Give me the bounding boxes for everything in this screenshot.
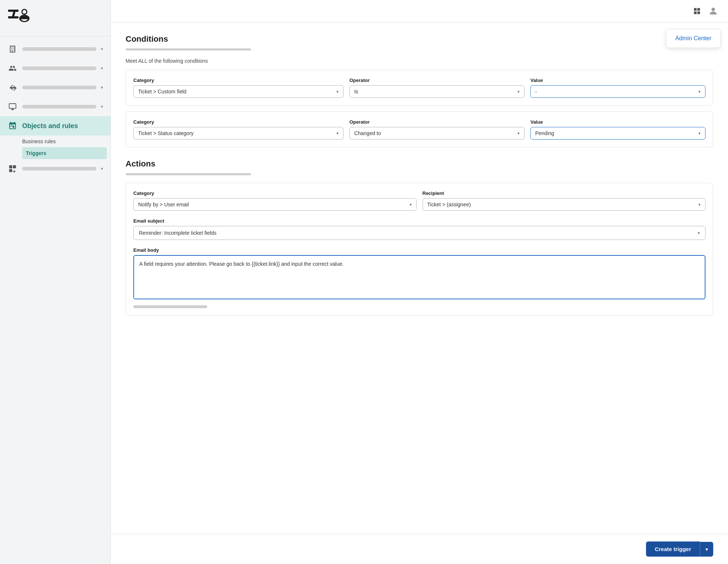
create-trigger-button[interactable]: Create trigger xyxy=(646,541,700,557)
sub-nav: Business rules Triggers xyxy=(0,135,110,159)
condition2-category-value: Ticket > Status category xyxy=(138,130,194,136)
condition2-value-value: Pending xyxy=(535,130,554,136)
email-body-label: Email body xyxy=(133,247,705,253)
condition2-operator-label: Operator xyxy=(349,119,524,125)
nav-item-bar xyxy=(22,167,96,171)
admin-center-link[interactable]: Admin Center xyxy=(675,35,711,41)
chevron-down-icon: ▾ xyxy=(410,202,412,207)
action-recipient-select[interactable]: Ticket > (assignee) ▾ xyxy=(423,198,706,211)
svg-point-7 xyxy=(711,8,715,11)
chevron-down-icon: ▾ xyxy=(336,131,339,136)
topbar xyxy=(111,0,728,23)
sidebar-item-apps[interactable]: ▾ xyxy=(0,159,110,178)
sidebar-item-people[interactable]: ▾ xyxy=(0,59,110,78)
condition1-category-group: Category Ticket > Custom field ▾ xyxy=(133,78,344,98)
svg-point-5 xyxy=(23,10,26,14)
nav-item-bar xyxy=(22,105,96,109)
svg-point-6 xyxy=(11,123,13,125)
chevron-down-icon: ▾ xyxy=(101,66,103,71)
condition2-operator-select[interactable]: Changed to ▾ xyxy=(349,127,524,140)
chevron-down-icon: ▾ xyxy=(698,231,700,235)
email-subject-group: Email subject Reminder: Incomplete ticke… xyxy=(133,218,705,240)
condition1-value-select[interactable]: - ▾ xyxy=(530,85,705,98)
footer: Create trigger ▾ xyxy=(111,534,728,564)
content-area: Conditions Meet ALL of the following con… xyxy=(111,23,728,534)
chevron-down-icon: ▾ xyxy=(336,89,339,94)
condition1-operator-label: Operator xyxy=(349,78,524,83)
condition2-category-select[interactable]: Ticket > Status category ▾ xyxy=(133,127,344,140)
condition1-operator-select[interactable]: Is ▾ xyxy=(349,85,524,98)
condition-row-2: Category Ticket > Status category ▾ Oper… xyxy=(126,111,713,147)
condition2-category-group: Category Ticket > Status category ▾ xyxy=(133,119,344,140)
email-body-textarea[interactable]: A field requires your attention. Please … xyxy=(133,255,705,299)
create-trigger-dropdown-button[interactable]: ▾ xyxy=(700,542,713,557)
sidebar-item-label: Objects and rules xyxy=(22,122,103,130)
condition2-value-label: Value xyxy=(530,119,705,125)
condition1-operator-value: Is xyxy=(354,89,358,94)
chevron-down-icon: ▾ xyxy=(101,104,103,109)
action-recipient-group: Recipient Ticket > (assignee) ▾ xyxy=(423,190,706,211)
svg-rect-0 xyxy=(8,10,18,12)
action-recipient-row: Category Notify by > User email ▾ Recipi… xyxy=(133,190,705,211)
action-category-label: Category xyxy=(133,190,417,196)
condition2-category-label: Category xyxy=(133,119,344,125)
email-subject-label: Email subject xyxy=(133,218,705,224)
grid-icon[interactable] xyxy=(691,5,703,17)
zendesk-logo-icon xyxy=(7,9,30,27)
sidebar-subitem-business-rules[interactable]: Business rules xyxy=(22,135,110,147)
chevron-down-icon: ▾ xyxy=(698,202,701,207)
dropdown-arrow-icon: ▾ xyxy=(705,546,708,552)
condition-row-1: Category Ticket > Custom field ▾ Operato… xyxy=(126,70,713,106)
actions-title: Actions xyxy=(126,159,713,169)
sidebar-item-arrows[interactable]: ▾ xyxy=(0,78,110,97)
condition1-value-label: Value xyxy=(530,78,705,83)
people-icon xyxy=(7,63,18,73)
action-card: Category Notify by > User email ▾ Recipi… xyxy=(126,183,713,316)
sidebar-item-objects[interactable]: Objects and rules xyxy=(0,116,110,135)
action-category-select[interactable]: Notify by > User email ▾ xyxy=(133,198,417,211)
email-body-group: Email body A field requires your attenti… xyxy=(133,247,705,308)
sidebar-item-building[interactable]: ▾ xyxy=(0,39,110,59)
condition1-category-label: Category xyxy=(133,78,344,83)
topbar-icons xyxy=(691,5,719,17)
chevron-down-icon: ▾ xyxy=(517,89,520,94)
chevron-down-icon: ▾ xyxy=(101,85,103,90)
email-subject-select[interactable]: Reminder: Incomplete ticket fields ▾ xyxy=(133,226,705,240)
nav-item-bar xyxy=(22,66,96,70)
objects-icon xyxy=(7,121,18,131)
condition2-operator-group: Operator Changed to ▾ xyxy=(349,119,524,140)
conditions-subtitle: Meet ALL of the following conditions xyxy=(126,58,713,64)
chevron-down-icon: ▾ xyxy=(698,89,701,94)
conditions-section: Conditions Meet ALL of the following con… xyxy=(126,34,713,147)
arrows-icon xyxy=(7,82,18,93)
nav-item-bar xyxy=(22,47,96,51)
admin-center-popup: Admin Center xyxy=(666,29,721,48)
chevron-down-icon: ▾ xyxy=(698,131,701,136)
logo-area xyxy=(0,0,110,37)
sidebar-item-screen[interactable]: ▾ xyxy=(0,97,110,116)
sidebar: ▾ ▾ ▾ ▾ xyxy=(0,0,111,564)
condition2-value-group: Value Pending ▾ xyxy=(530,119,705,140)
condition1-value-value: - xyxy=(535,89,537,94)
nav-items: ▾ ▾ ▾ ▾ xyxy=(0,37,110,564)
action-category-value: Notify by > User email xyxy=(138,202,189,207)
section-bar-actions xyxy=(126,173,251,175)
screen-icon xyxy=(7,102,18,112)
chevron-down-icon: ▾ xyxy=(517,131,520,136)
action-recipient-label: Recipient xyxy=(423,190,706,196)
condition1-category-select[interactable]: Ticket > Custom field ▾ xyxy=(133,85,344,98)
bottom-bar xyxy=(133,305,207,308)
chevron-down-icon: ▾ xyxy=(101,166,103,171)
action-category-group: Category Notify by > User email ▾ xyxy=(133,190,417,211)
apps-icon xyxy=(7,164,18,174)
user-icon[interactable] xyxy=(707,5,719,17)
main-content: Admin Center Conditions Meet ALL of the … xyxy=(111,0,728,564)
svg-rect-2 xyxy=(8,16,18,18)
action-recipient-value: Ticket > (assignee) xyxy=(427,202,471,207)
condition2-value-select[interactable]: Pending ▾ xyxy=(530,127,705,140)
sidebar-subitem-triggers[interactable]: Triggers xyxy=(22,147,107,159)
chevron-down-icon: ▾ xyxy=(101,47,103,52)
actions-section: Actions Category Notify by > User email … xyxy=(126,159,713,316)
email-subject-value: Reminder: Incomplete ticket fields xyxy=(139,230,216,236)
zendesk-logo xyxy=(7,9,103,27)
